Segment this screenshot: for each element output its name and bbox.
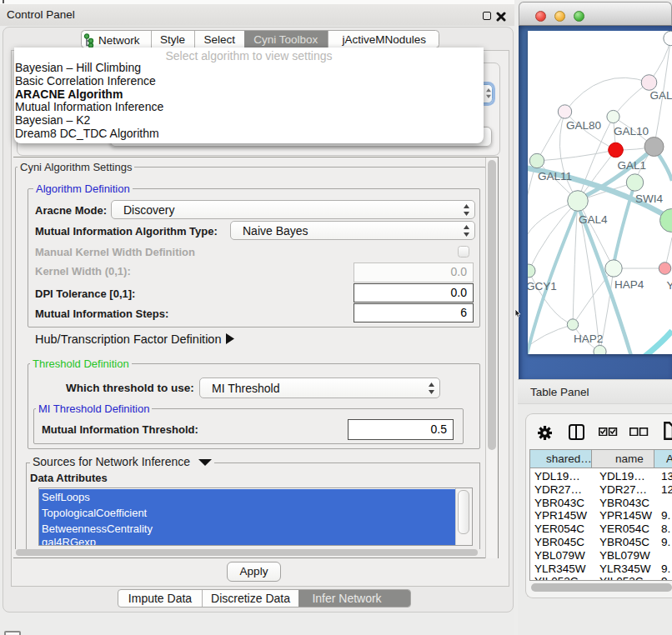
svg-text:GCY1: GCY1 xyxy=(528,280,557,292)
svg-text:SWI4: SWI4 xyxy=(635,192,663,205)
svg-text:GAL4: GAL4 xyxy=(579,213,608,226)
svg-text:GAL1: GAL1 xyxy=(618,159,647,172)
svg-text:GAL10: GAL10 xyxy=(614,125,649,138)
svg-text:HAP2: HAP2 xyxy=(574,332,603,345)
svg-text:GAL11: GAL11 xyxy=(538,170,572,182)
svg-text:GAL2: GAL2 xyxy=(650,89,672,102)
svg-text:HAP4: HAP4 xyxy=(614,278,644,291)
svg-text:GAL80: GAL80 xyxy=(566,119,601,132)
svg-text:YEL: YEL xyxy=(667,279,672,292)
